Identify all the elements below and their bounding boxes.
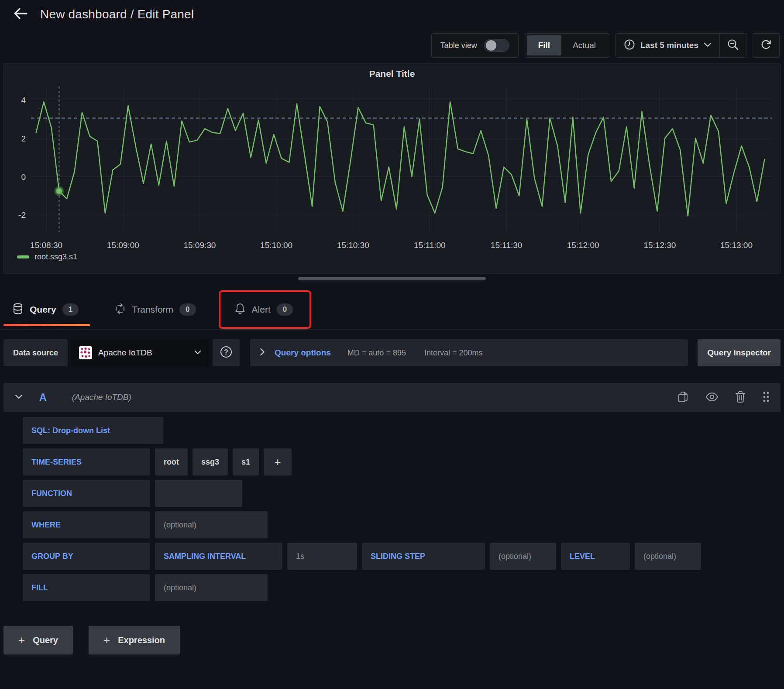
table-view-control: Table view — [431, 33, 519, 58]
fill-label-chip: FILL — [23, 574, 150, 601]
datasource-select[interactable]: Apache IoTDB — [71, 339, 209, 366]
chart-svg[interactable]: 420-215:08:3015:09:0015:09:3015:10:0015:… — [9, 82, 778, 258]
time-series-segment-root[interactable]: root — [155, 448, 188, 475]
add-expression-label: Expression — [118, 635, 165, 645]
active-tab-underline — [3, 324, 90, 326]
timeseries-chart[interactable]: 420-215:08:3015:09:0015:09:3015:10:0015:… — [4, 82, 780, 259]
back-button[interactable] — [13, 7, 28, 21]
tab-query-label: Query — [30, 304, 56, 315]
sliding-step-input[interactable]: (optional) — [490, 543, 556, 570]
svg-text:15:10:30: 15:10:30 — [337, 241, 369, 250]
sampling-interval-label: SAMPLING INTERVAL — [164, 552, 246, 561]
actual-option[interactable]: Actual — [561, 35, 607, 55]
duplicate-query-button[interactable] — [677, 391, 689, 404]
query-inspector-button[interactable]: Query inspector — [698, 339, 781, 366]
chart-panel: Panel Title 420-215:08:3015:09:0015:09:3… — [3, 63, 781, 274]
svg-text:15:10:00: 15:10:00 — [260, 241, 292, 250]
tab-alert-badge: 0 — [277, 303, 293, 316]
arrow-left-icon — [13, 7, 28, 21]
add-expression-button[interactable]: + Expression — [89, 626, 180, 655]
chevron-down-icon[interactable] — [15, 393, 23, 401]
edit-panel-page: New dashboard / Edit Panel Table view Fi… — [0, 0, 784, 689]
time-range-control: Last 5 minutes — [616, 33, 746, 58]
level-input[interactable]: (optional) — [635, 543, 701, 570]
query-row-actions — [677, 391, 770, 404]
where-placeholder: (optional) — [164, 520, 196, 530]
datasource-help-button[interactable]: ? — [213, 339, 240, 366]
drag-handle[interactable] — [762, 391, 770, 404]
refresh-button[interactable] — [753, 33, 780, 58]
topbar: New dashboard / Edit Panel — [0, 0, 784, 26]
query-options-interval: Interval = 200ms — [424, 348, 483, 358]
datasource-label: Data source — [13, 348, 58, 358]
time-range-picker[interactable]: Last 5 minutes — [616, 39, 719, 52]
help-icon: ? — [220, 345, 233, 360]
tab-transform-badge: 0 — [179, 303, 196, 316]
query-options-md: MD = auto = 895 — [347, 348, 406, 358]
hide-query-button[interactable] — [705, 392, 719, 403]
query-ref-id[interactable]: A — [39, 392, 47, 403]
time-series-label: TIME-SERIES — [31, 458, 82, 467]
datasource-selected-value: Apache IoTDB — [98, 348, 188, 358]
where-label-chip: WHERE — [23, 511, 150, 538]
add-query-button[interactable]: + Query — [3, 626, 73, 655]
group-by-label: GROUP BY — [31, 552, 73, 561]
fill-option[interactable]: Fill — [527, 35, 561, 55]
level-label: LEVEL — [570, 552, 595, 561]
svg-text:15:12:30: 15:12:30 — [643, 241, 676, 250]
editor-tabs: Query 1 Transform 0 Alert 0 — [0, 289, 784, 330]
svg-text:15:13:00: 15:13:00 — [720, 241, 753, 250]
add-segment-button[interactable]: + — [264, 448, 292, 475]
sliding-step-label: SLIDING STEP — [371, 552, 425, 561]
level-placeholder: (optional) — [643, 552, 676, 561]
legend-series-label[interactable]: root.ssg3.s1 — [34, 252, 77, 262]
toggle-knob — [486, 40, 496, 51]
where-label: WHERE — [31, 520, 61, 530]
function-label-chip: FUNCTION — [23, 480, 150, 507]
group-by-label-chip: GROUP BY — [23, 543, 150, 570]
tab-alert-label: Alert — [252, 304, 271, 315]
svg-text:-2: -2 — [18, 210, 26, 220]
panel-scrollbar[interactable] — [298, 277, 486, 280]
sliding-step-label-chip: SLIDING STEP — [362, 543, 485, 570]
refresh-icon — [760, 38, 772, 52]
svg-text:15:09:00: 15:09:00 — [107, 241, 139, 250]
where-value-input[interactable]: (optional) — [155, 511, 268, 538]
add-query-label: Query — [33, 635, 58, 645]
transform-icon — [114, 303, 126, 316]
table-view-toggle[interactable] — [484, 39, 509, 52]
time-series-segment-ssg3[interactable]: ssg3 — [193, 448, 228, 475]
fill-actual-segmented: Fill Actual — [525, 33, 609, 58]
tab-transform[interactable]: Transform 0 — [106, 293, 207, 326]
fill-placeholder: (optional) — [164, 583, 196, 593]
plus-icon: + — [274, 455, 281, 469]
zoom-out-button[interactable] — [719, 34, 746, 57]
sampling-interval-value: 1s — [296, 552, 304, 561]
function-value-input[interactable] — [155, 480, 242, 507]
trash-icon — [735, 391, 746, 404]
delete-query-button[interactable] — [735, 391, 746, 404]
tab-query[interactable]: Query 1 — [3, 293, 90, 326]
sliding-step-placeholder: (optional) — [499, 552, 531, 561]
sampling-interval-input[interactable]: 1s — [287, 543, 357, 570]
page-title: New dashboard / Edit Panel — [40, 7, 194, 21]
copy-icon — [677, 391, 689, 404]
tab-alert[interactable]: Alert 0 — [226, 293, 305, 326]
query-options-bar[interactable]: Query options MD = auto = 895 Interval =… — [250, 339, 688, 366]
time-series-segment-s1[interactable]: s1 — [233, 448, 259, 475]
panel-toolbar: Table view Fill Actual Last 5 minutes — [0, 26, 784, 57]
svg-text:15:09:30: 15:09:30 — [183, 241, 216, 250]
sql-dropdown-list-button[interactable]: SQL: Drop-down List — [23, 417, 163, 444]
plus-icon: + — [18, 634, 25, 647]
query-editor-card: A (Apache IoTDB) — [3, 383, 781, 601]
query-row-header[interactable]: A (Apache IoTDB) — [3, 383, 781, 412]
svg-text:15:11:30: 15:11:30 — [491, 241, 523, 250]
fill-value-input[interactable]: (optional) — [155, 574, 268, 601]
datasource-row: Data source Apache IoTDB ? Query options… — [0, 330, 784, 366]
svg-text:?: ? — [224, 348, 228, 356]
eye-icon — [705, 392, 719, 403]
svg-text:4: 4 — [21, 96, 26, 105]
editor-footer: + Query + Expression — [0, 601, 784, 655]
segment-ssg3-value: ssg3 — [201, 458, 219, 467]
chevron-right-icon — [260, 348, 265, 358]
